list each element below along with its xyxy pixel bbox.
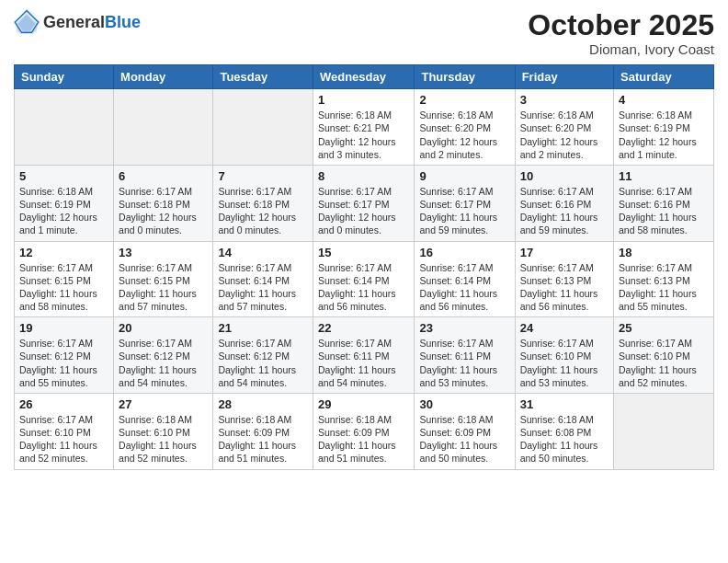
day-number: 14 [218, 246, 308, 259]
calendar-cell: 31Sunrise: 6:18 AMSunset: 6:08 PMDayligh… [515, 393, 613, 469]
day-number: 23 [419, 321, 509, 335]
day-info: Sunrise: 6:17 AMSunset: 6:12 PMDaylight:… [119, 337, 208, 389]
day-number: 15 [318, 246, 410, 259]
day-info: Sunrise: 6:17 AMSunset: 6:10 PMDaylight:… [19, 413, 108, 465]
day-number: 29 [318, 397, 410, 411]
calendar-day-header: Monday [114, 65, 213, 89]
day-info: Sunrise: 6:17 AMSunset: 6:16 PMDaylight:… [619, 185, 709, 237]
calendar-cell: 23Sunrise: 6:17 AMSunset: 6:11 PMDayligh… [415, 317, 515, 394]
day-info: Sunrise: 6:18 AMSunset: 6:09 PMDaylight:… [218, 413, 308, 465]
calendar-cell: 15Sunrise: 6:17 AMSunset: 6:14 PMDayligh… [313, 241, 415, 317]
day-info: Sunrise: 6:17 AMSunset: 6:17 PMDaylight:… [318, 185, 410, 237]
calendar-day-header: Saturday [614, 65, 714, 89]
calendar-cell [15, 89, 114, 166]
calendar-cell: 25Sunrise: 6:17 AMSunset: 6:10 PMDayligh… [614, 317, 714, 394]
day-number: 8 [318, 169, 410, 183]
calendar-cell: 20Sunrise: 6:17 AMSunset: 6:12 PMDayligh… [114, 317, 213, 394]
day-number: 1 [318, 93, 410, 107]
logo-general: General [43, 13, 105, 32]
day-info: Sunrise: 6:17 AMSunset: 6:12 PMDaylight:… [19, 337, 108, 389]
day-info: Sunrise: 6:17 AMSunset: 6:11 PMDaylight:… [419, 337, 509, 389]
calendar-cell: 2Sunrise: 6:18 AMSunset: 6:20 PMDaylight… [415, 89, 515, 166]
calendar-week-row: 19Sunrise: 6:17 AMSunset: 6:12 PMDayligh… [15, 317, 714, 394]
day-info: Sunrise: 6:18 AMSunset: 6:20 PMDaylight:… [419, 109, 509, 161]
title-block: October 2025 Dioman, Ivory Coast [528, 9, 714, 57]
calendar-cell: 26Sunrise: 6:17 AMSunset: 6:10 PMDayligh… [15, 393, 114, 469]
day-number: 5 [19, 169, 108, 183]
day-number: 27 [119, 397, 208, 411]
calendar-cell: 6Sunrise: 6:17 AMSunset: 6:18 PMDaylight… [114, 165, 213, 241]
calendar-cell: 13Sunrise: 6:17 AMSunset: 6:15 PMDayligh… [114, 241, 213, 317]
day-info: Sunrise: 6:17 AMSunset: 6:11 PMDaylight:… [318, 337, 410, 389]
day-number: 22 [318, 321, 410, 335]
logo-text: GeneralBlue [43, 13, 141, 32]
day-number: 25 [619, 321, 709, 335]
day-info: Sunrise: 6:18 AMSunset: 6:09 PMDaylight:… [419, 413, 509, 465]
page-subtitle: Dioman, Ivory Coast [528, 41, 714, 57]
day-info: Sunrise: 6:18 AMSunset: 6:19 PMDaylight:… [619, 109, 709, 161]
day-info: Sunrise: 6:18 AMSunset: 6:19 PMDaylight:… [19, 185, 108, 237]
calendar-cell: 27Sunrise: 6:18 AMSunset: 6:10 PMDayligh… [114, 393, 213, 469]
day-number: 11 [619, 169, 709, 183]
calendar-day-header: Tuesday [213, 65, 313, 89]
calendar-cell [213, 89, 313, 166]
day-number: 13 [119, 246, 208, 259]
day-number: 12 [19, 246, 108, 259]
calendar-week-row: 12Sunrise: 6:17 AMSunset: 6:15 PMDayligh… [15, 241, 714, 317]
day-info: Sunrise: 6:17 AMSunset: 6:18 PMDaylight:… [119, 185, 208, 237]
day-info: Sunrise: 6:17 AMSunset: 6:12 PMDaylight:… [218, 337, 308, 389]
calendar-cell: 1Sunrise: 6:18 AMSunset: 6:21 PMDaylight… [313, 89, 415, 166]
day-info: Sunrise: 6:18 AMSunset: 6:10 PMDaylight:… [119, 413, 208, 465]
day-number: 16 [419, 246, 509, 259]
calendar-week-row: 26Sunrise: 6:17 AMSunset: 6:10 PMDayligh… [15, 393, 714, 469]
day-info: Sunrise: 6:18 AMSunset: 6:21 PMDaylight:… [318, 109, 410, 161]
calendar-day-header: Friday [515, 65, 613, 89]
logo-blue: Blue [105, 13, 141, 32]
day-info: Sunrise: 6:17 AMSunset: 6:13 PMDaylight:… [619, 261, 709, 314]
calendar-header-row: SundayMondayTuesdayWednesdayThursdayFrid… [15, 65, 714, 89]
day-number: 4 [619, 93, 709, 107]
day-info: Sunrise: 6:17 AMSunset: 6:16 PMDaylight:… [520, 185, 609, 237]
calendar-day-header: Wednesday [313, 65, 415, 89]
day-number: 18 [619, 246, 709, 259]
header: GeneralBlue October 2025 Dioman, Ivory C… [14, 9, 714, 57]
day-info: Sunrise: 6:17 AMSunset: 6:18 PMDaylight:… [218, 185, 308, 237]
calendar-cell: 5Sunrise: 6:18 AMSunset: 6:19 PMDaylight… [15, 165, 114, 241]
day-number: 24 [520, 321, 609, 335]
logo: GeneralBlue [14, 9, 141, 35]
calendar-cell: 30Sunrise: 6:18 AMSunset: 6:09 PMDayligh… [415, 393, 515, 469]
day-info: Sunrise: 6:17 AMSunset: 6:13 PMDaylight:… [520, 261, 609, 314]
calendar-cell: 4Sunrise: 6:18 AMSunset: 6:19 PMDaylight… [614, 89, 714, 166]
day-info: Sunrise: 6:17 AMSunset: 6:15 PMDaylight:… [119, 261, 208, 314]
day-info: Sunrise: 6:17 AMSunset: 6:14 PMDaylight:… [318, 261, 410, 314]
calendar-cell [114, 89, 213, 166]
calendar-cell: 22Sunrise: 6:17 AMSunset: 6:11 PMDayligh… [313, 317, 415, 394]
calendar-day-header: Thursday [415, 65, 515, 89]
calendar-cell [614, 393, 714, 469]
calendar-cell: 17Sunrise: 6:17 AMSunset: 6:13 PMDayligh… [515, 241, 613, 317]
calendar-cell: 18Sunrise: 6:17 AMSunset: 6:13 PMDayligh… [614, 241, 714, 317]
day-number: 3 [520, 93, 609, 107]
day-number: 17 [520, 246, 609, 259]
calendar-cell: 7Sunrise: 6:17 AMSunset: 6:18 PMDaylight… [213, 165, 313, 241]
day-number: 20 [119, 321, 208, 335]
day-info: Sunrise: 6:17 AMSunset: 6:14 PMDaylight:… [218, 261, 308, 314]
logo-icon [14, 9, 40, 35]
day-number: 10 [520, 169, 609, 183]
day-info: Sunrise: 6:17 AMSunset: 6:17 PMDaylight:… [419, 185, 509, 237]
day-info: Sunrise: 6:18 AMSunset: 6:20 PMDaylight:… [520, 109, 609, 161]
calendar-cell: 29Sunrise: 6:18 AMSunset: 6:09 PMDayligh… [313, 393, 415, 469]
page-title: October 2025 [528, 9, 714, 41]
calendar-cell: 3Sunrise: 6:18 AMSunset: 6:20 PMDaylight… [515, 89, 613, 166]
calendar-day-header: Sunday [15, 65, 114, 89]
calendar-cell: 24Sunrise: 6:17 AMSunset: 6:10 PMDayligh… [515, 317, 613, 394]
calendar-cell: 8Sunrise: 6:17 AMSunset: 6:17 PMDaylight… [313, 165, 415, 241]
calendar-cell: 14Sunrise: 6:17 AMSunset: 6:14 PMDayligh… [213, 241, 313, 317]
calendar-cell: 21Sunrise: 6:17 AMSunset: 6:12 PMDayligh… [213, 317, 313, 394]
calendar: SundayMondayTuesdayWednesdayThursdayFrid… [14, 64, 714, 469]
day-number: 21 [218, 321, 308, 335]
calendar-week-row: 5Sunrise: 6:18 AMSunset: 6:19 PMDaylight… [15, 165, 714, 241]
day-number: 19 [19, 321, 108, 335]
calendar-cell: 11Sunrise: 6:17 AMSunset: 6:16 PMDayligh… [614, 165, 714, 241]
calendar-cell: 10Sunrise: 6:17 AMSunset: 6:16 PMDayligh… [515, 165, 613, 241]
